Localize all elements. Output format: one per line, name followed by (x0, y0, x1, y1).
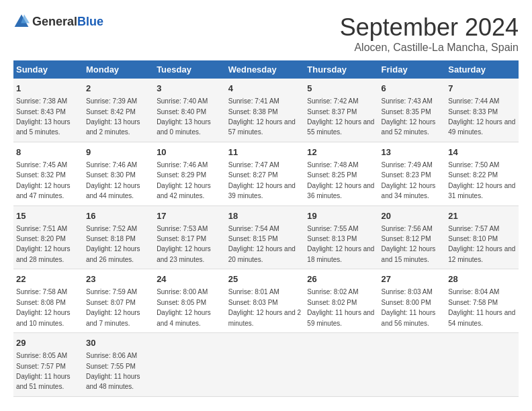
sunrise-info: Sunrise: 7:54 AM (228, 225, 279, 232)
sunset-info: Sunset: 8:29 PM (157, 171, 206, 179)
calendar-cell: 7Sunrise: 7:44 AMSunset: 8:33 PMDaylight… (445, 79, 519, 142)
daylight-info: Daylight: 12 hours and 10 minutes. (16, 309, 71, 326)
sunset-info: Sunset: 8:07 PM (86, 299, 136, 306)
day-number: 9 (86, 146, 151, 158)
daylight-info: Daylight: 12 hours and 44 minutes. (86, 182, 140, 199)
day-number: 1 (16, 83, 81, 95)
sunrise-info: Sunrise: 7:41 AM (228, 97, 279, 105)
week-row-2: 8Sunrise: 7:45 AMSunset: 8:32 PMDaylight… (13, 142, 519, 205)
page-title: September 2024 (340, 13, 519, 42)
sunset-info: Sunset: 8:27 PM (228, 171, 278, 179)
calendar-cell: 3Sunrise: 7:40 AMSunset: 8:40 PMDaylight… (154, 79, 226, 142)
calendar-cell: 2Sunrise: 7:39 AMSunset: 8:42 PMDaylight… (83, 79, 154, 142)
day-number: 30 (86, 337, 151, 349)
sunrise-info: Sunrise: 7:48 AM (307, 161, 358, 169)
sunset-info: Sunset: 8:10 PM (448, 235, 498, 242)
sunrise-info: Sunrise: 7:44 AM (448, 97, 499, 105)
sunset-info: Sunset: 7:57 PM (16, 363, 66, 370)
day-number: 18 (228, 210, 302, 222)
day-number: 23 (86, 273, 151, 285)
sunset-info: Sunset: 8:35 PM (382, 108, 431, 116)
day-number: 26 (307, 273, 375, 285)
sunset-info: Sunset: 8:05 PM (157, 299, 206, 306)
sunrise-info: Sunrise: 8:00 AM (157, 288, 208, 295)
sunset-info: Sunset: 8:38 PM (228, 108, 278, 116)
calendar-cell: 13Sunrise: 7:49 AMSunset: 8:23 PMDayligh… (379, 142, 446, 205)
daylight-info: Daylight: 12 hours and 15 minutes. (382, 245, 436, 263)
calendar-cell: 15Sunrise: 7:51 AMSunset: 8:20 PMDayligh… (13, 205, 83, 269)
daylight-info: Daylight: 12 hours and 12 minutes. (448, 245, 515, 263)
day-number: 11 (228, 146, 302, 158)
logo-icon (13, 13, 30, 30)
header-row: SundayMondayTuesdayWednesdayThursdayFrid… (13, 60, 519, 79)
calendar-cell (379, 333, 446, 397)
calendar-cell: 22Sunrise: 7:58 AMSunset: 8:08 PMDayligh… (13, 269, 83, 333)
daylight-info: Daylight: 12 hours and 49 minutes. (448, 118, 515, 136)
day-number: 16 (86, 210, 151, 222)
daylight-info: Daylight: 12 hours and 36 minutes. (307, 182, 374, 199)
page-subtitle: Alocen, Castille-La Mancha, Spain (340, 42, 519, 54)
day-number: 7 (448, 83, 516, 95)
sunrise-info: Sunrise: 7:53 AM (157, 225, 208, 232)
calendar-cell (226, 333, 305, 397)
sunrise-info: Sunrise: 7:45 AM (16, 161, 67, 169)
daylight-info: Daylight: 12 hours and 55 minutes. (307, 118, 374, 136)
sunrise-info: Sunrise: 7:55 AM (307, 225, 358, 232)
sunset-info: Sunset: 8:17 PM (157, 235, 206, 242)
sunrise-info: Sunrise: 8:04 AM (448, 288, 499, 295)
calendar-cell: 18Sunrise: 7:54 AMSunset: 8:15 PMDayligh… (226, 205, 305, 269)
header-tuesday: Tuesday (154, 60, 226, 79)
day-number: 28 (448, 273, 516, 285)
calendar-cell: 26Sunrise: 8:02 AMSunset: 8:02 PMDayligh… (304, 269, 378, 333)
calendar-cell: 30Sunrise: 8:06 AMSunset: 7:55 PMDayligh… (83, 333, 154, 397)
sunrise-info: Sunrise: 8:05 AM (16, 352, 67, 359)
sunrise-info: Sunrise: 7:52 AM (86, 225, 137, 232)
sunrise-info: Sunrise: 7:56 AM (382, 225, 433, 232)
calendar-cell: 6Sunrise: 7:43 AMSunset: 8:35 PMDaylight… (379, 79, 446, 142)
calendar-cell: 20Sunrise: 7:56 AMSunset: 8:12 PMDayligh… (379, 205, 446, 269)
day-number: 4 (228, 83, 302, 95)
logo: GeneralBlue (13, 13, 103, 30)
header-saturday: Saturday (445, 60, 519, 79)
sunrise-info: Sunrise: 7:47 AM (228, 161, 279, 169)
sunset-info: Sunset: 8:30 PM (86, 171, 136, 179)
calendar-cell (445, 333, 519, 397)
day-number: 2 (86, 83, 151, 95)
sunset-info: Sunset: 8:33 PM (448, 108, 498, 116)
sunset-info: Sunset: 8:23 PM (382, 171, 431, 179)
sunset-info: Sunset: 8:25 PM (307, 171, 357, 179)
sunrise-info: Sunrise: 7:39 AM (86, 97, 137, 105)
daylight-info: Daylight: 12 hours and 52 minutes. (382, 118, 436, 136)
day-number: 17 (157, 210, 223, 222)
daylight-info: Daylight: 12 hours and 28 minutes. (16, 245, 71, 263)
day-number: 25 (228, 273, 302, 285)
calendar-cell: 24Sunrise: 8:00 AMSunset: 8:05 PMDayligh… (154, 269, 226, 333)
daylight-info: Daylight: 12 hours and 34 minutes. (382, 182, 436, 199)
logo-general: General (32, 15, 77, 28)
sunset-info: Sunset: 8:40 PM (157, 108, 206, 116)
header-thursday: Thursday (304, 60, 378, 79)
header-wednesday: Wednesday (226, 60, 305, 79)
daylight-info: Daylight: 11 hours and 59 minutes. (307, 309, 374, 326)
daylight-info: Daylight: 12 hours and 57 minutes. (228, 118, 296, 136)
sunset-info: Sunset: 8:32 PM (16, 171, 66, 179)
daylight-info: Daylight: 12 hours and 39 minutes. (228, 182, 296, 199)
day-number: 5 (307, 83, 375, 95)
week-row-5: 29Sunrise: 8:05 AMSunset: 7:57 PMDayligh… (13, 333, 519, 397)
calendar-cell: 23Sunrise: 7:59 AMSunset: 8:07 PMDayligh… (83, 269, 154, 333)
sunset-info: Sunset: 8:20 PM (16, 235, 66, 242)
calendar-cell: 19Sunrise: 7:55 AMSunset: 8:13 PMDayligh… (304, 205, 378, 269)
sunset-info: Sunset: 7:55 PM (86, 363, 136, 370)
calendar-cell: 1Sunrise: 7:38 AMSunset: 8:43 PMDaylight… (13, 79, 83, 142)
calendar-cell: 8Sunrise: 7:45 AMSunset: 8:32 PMDaylight… (13, 142, 83, 205)
sunset-info: Sunset: 8:00 PM (382, 299, 431, 306)
sunset-info: Sunset: 8:42 PM (86, 108, 136, 116)
sunset-info: Sunset: 8:22 PM (448, 171, 498, 179)
sunrise-info: Sunrise: 7:46 AM (86, 161, 137, 169)
daylight-info: Daylight: 12 hours and 2 minutes. (228, 309, 301, 326)
sunrise-info: Sunrise: 7:42 AM (307, 97, 358, 105)
sunset-info: Sunset: 8:08 PM (16, 299, 66, 306)
week-row-1: 1Sunrise: 7:38 AMSunset: 8:43 PMDaylight… (13, 79, 519, 142)
daylight-info: Daylight: 13 hours and 0 minutes. (157, 118, 211, 136)
day-number: 22 (16, 273, 81, 285)
